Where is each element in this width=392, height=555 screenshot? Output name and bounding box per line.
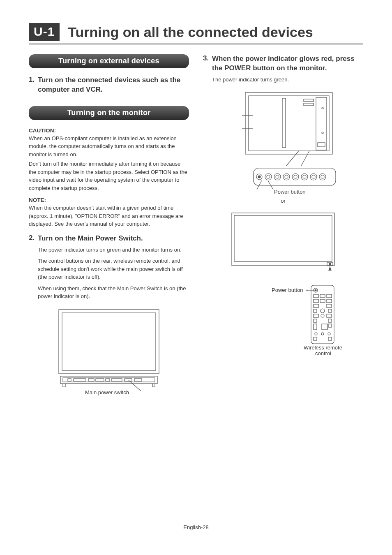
svg-rect-10 [125,379,132,381]
diagram-caption: Power button [272,287,303,293]
page-footer: English-28 [0,524,392,530]
svg-line-25 [301,151,309,166]
svg-rect-2 [60,376,157,384]
diagram-monitor-front [224,210,343,275]
diagram-caption: Main power switch [85,389,129,395]
svg-rect-60 [314,304,318,308]
svg-point-48 [329,263,331,265]
title-rule [29,44,363,44]
svg-point-41 [312,175,315,178]
note-label: NOTE: [29,197,189,203]
section-chip: U-1 [29,23,60,41]
step-2: 2. Turn on the Main Power Switch. [29,234,189,243]
svg-rect-69 [328,319,332,322]
step-3-body: The power indicator turns green. [212,76,363,84]
svg-rect-56 [327,294,332,298]
page: U-1 Turning on all the connected devices… [0,0,392,398]
svg-point-40 [303,175,306,178]
section-heading-monitor: Turning on the monitor [29,106,189,120]
svg-rect-21 [318,143,325,147]
svg-rect-17 [304,99,314,102]
note-text: When the computer doesn't start within a… [29,204,189,228]
svg-rect-61 [327,304,332,308]
diagram-remote: Power button Wireless remote control [221,281,345,355]
section-heading-external: Turning on external devices [29,54,189,68]
right-column: 3. When the power indicator glows red, p… [203,54,363,398]
svg-rect-9 [111,379,122,381]
svg-rect-65 [314,314,318,317]
title-row: U-1 Turning on all the connected devices [29,23,363,41]
svg-rect-6 [88,379,94,381]
svg-rect-71 [322,324,327,330]
diagram-caption: Power button [274,189,306,195]
svg-rect-54 [314,294,318,298]
svg-point-79 [307,290,307,291]
svg-point-32 [292,173,299,180]
svg-rect-1 [62,313,156,370]
step-heading: Turn on the connected devices such as th… [38,76,189,95]
svg-point-35 [319,173,326,180]
caution-label: CAUTION: [29,127,189,134]
svg-point-63 [321,309,325,313]
svg-rect-70 [314,324,317,330]
svg-rect-7 [96,379,104,381]
svg-point-66 [321,314,324,317]
page-title: Turning on all the connected devices [68,24,313,40]
svg-point-37 [276,175,279,178]
svg-point-33 [301,173,308,180]
step-number: 3. [203,54,212,73]
svg-point-53 [315,289,316,291]
svg-point-39 [294,175,297,178]
step-number: 2. [29,234,38,243]
diagram-monitor-rear: Main power switch [55,306,162,397]
svg-point-30 [274,173,281,180]
remote-caption-1: Wireless remote [304,345,342,351]
svg-line-43 [257,180,262,190]
svg-rect-67 [327,314,332,317]
svg-rect-14 [249,96,329,151]
svg-rect-46 [234,215,332,261]
step-1: 1. Turn on the connected devices such as… [29,76,189,95]
svg-point-74 [321,333,324,335]
caution-text-2: Don't turn off the monitor immediately a… [29,160,189,192]
svg-rect-64 [328,309,332,312]
svg-rect-0 [59,310,159,374]
or-label: or [203,198,363,204]
svg-rect-62 [314,309,317,312]
diagram-monitor-buttons: Power button [221,89,345,196]
svg-rect-72 [328,324,332,327]
svg-point-28 [258,176,261,178]
step-heading: When the power indicator glows red, pres… [212,54,363,73]
step-2-body-2: The control buttons on the rear, wireles… [38,257,189,281]
svg-point-75 [328,333,330,335]
svg-rect-68 [314,319,317,322]
svg-rect-26 [254,168,336,185]
svg-point-29 [265,173,272,180]
step-heading: Turn on the Main Power Switch. [38,234,143,243]
svg-point-20 [322,132,323,134]
svg-point-36 [267,175,270,178]
svg-rect-4 [68,379,71,381]
svg-point-42 [321,175,324,178]
step-number: 1. [29,76,38,95]
svg-point-73 [315,333,317,335]
svg-rect-15 [282,98,286,148]
remote-caption-2: control [315,350,331,355]
svg-rect-76 [314,337,317,340]
columns: Turning on external devices 1. Turn on t… [29,54,363,398]
step-2-body-3: When using them, check that the Main Pow… [38,284,189,301]
svg-point-31 [283,173,290,180]
left-column: Turning on external devices 1. Turn on t… [29,54,189,398]
svg-rect-5 [74,379,86,381]
svg-rect-77 [328,337,332,340]
svg-line-24 [286,151,299,166]
svg-rect-45 [232,213,334,266]
caution-text-1: When an OPS-compliant computer is instal… [29,134,189,159]
svg-rect-16 [316,97,327,150]
svg-rect-13 [245,92,332,154]
step-2-body-1: The power indicator turns on green and t… [38,246,189,254]
svg-rect-57 [314,299,318,303]
svg-point-38 [285,175,288,178]
step-3: 3. When the power indicator glows red, p… [203,54,363,73]
svg-rect-8 [106,379,110,381]
